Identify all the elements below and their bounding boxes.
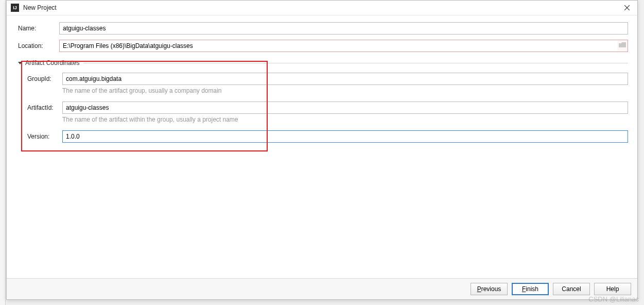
name-row: Name:: [18, 22, 628, 35]
group-id-row: GroupId:: [27, 73, 628, 85]
version-input[interactable]: [62, 130, 628, 143]
version-label: Version:: [27, 133, 62, 140]
name-label: Name:: [18, 25, 59, 32]
location-row: Location:: [18, 40, 628, 52]
group-id-input[interactable]: [62, 73, 628, 85]
location-input[interactable]: [60, 40, 617, 52]
finish-button-rest: inish: [526, 285, 538, 293]
artifact-id-input[interactable]: [62, 101, 628, 114]
previous-button-rest: revious: [481, 285, 501, 293]
browse-folder-icon[interactable]: [617, 42, 628, 49]
artifact-id-hint: The name of the artifact within the grou…: [62, 116, 628, 123]
cancel-button[interactable]: Cancel: [553, 283, 590, 295]
artifact-coordinates-header[interactable]: Artifact Coordinates: [18, 59, 628, 66]
background-gutter: [0, 0, 6, 305]
close-icon[interactable]: [621, 3, 633, 13]
section-title: Artifact Coordinates: [25, 59, 79, 66]
help-button[interactable]: Help: [594, 283, 631, 295]
previous-button[interactable]: Previous: [471, 283, 508, 295]
dialog-content: Name: Location: Artifact Coordinates Gro…: [7, 15, 637, 279]
app-icon: IJ: [11, 4, 19, 12]
artifact-coordinates-panel: GroupId: The name of the artifact group,…: [18, 73, 628, 143]
titlebar: IJ New Project: [7, 1, 637, 15]
group-id-label: GroupId:: [27, 75, 62, 82]
new-project-dialog: IJ New Project Name: Location: Artifact …: [6, 0, 638, 300]
dialog-footer: Previous Finish Cancel Help: [7, 278, 637, 299]
section-divider: [83, 63, 628, 63]
group-id-hint: The name of the artifact group, usually …: [62, 87, 628, 94]
name-input[interactable]: [59, 22, 628, 35]
artifact-id-label: ArtifactId:: [27, 104, 62, 111]
chevron-down-icon: [18, 62, 22, 64]
finish-button[interactable]: Finish: [512, 283, 549, 295]
location-field-wrap: [59, 40, 628, 52]
window-title: New Project: [23, 4, 621, 11]
version-row: Version:: [27, 130, 628, 143]
artifact-id-row: ArtifactId:: [27, 101, 628, 114]
location-label: Location:: [18, 42, 59, 49]
